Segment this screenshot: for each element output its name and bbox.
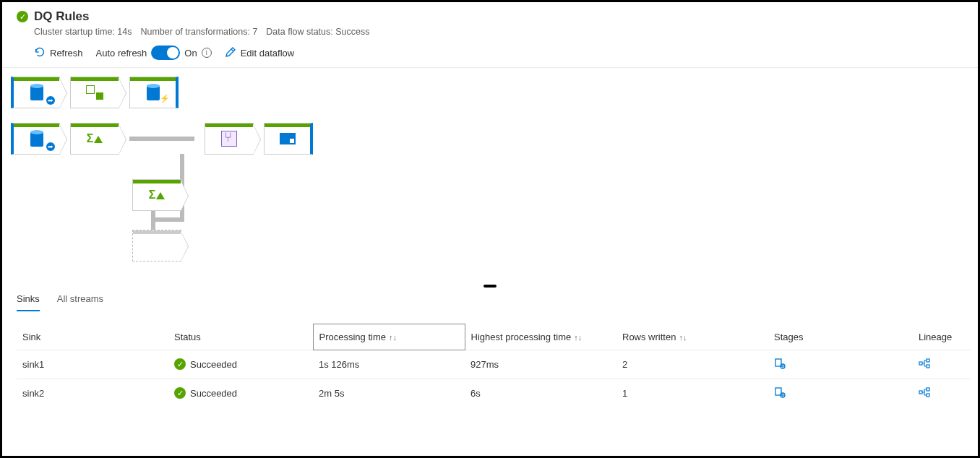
flow-node-transform-1[interactable]	[70, 77, 119, 108]
sort-icon: ↑↓	[679, 333, 687, 342]
cell-stages[interactable]	[768, 350, 913, 379]
col-lineage[interactable]: Lineage	[913, 324, 971, 350]
cell-status: ✓ Succeeded	[168, 379, 313, 407]
cell-rows: 2	[616, 350, 768, 379]
split-icon	[221, 131, 237, 147]
refresh-icon	[34, 46, 46, 60]
stages-icon	[774, 388, 786, 400]
cell-processing: 1s 126ms	[313, 350, 465, 379]
sigma-icon: Σ	[149, 189, 166, 202]
cell-status: ✓ Succeeded	[168, 350, 313, 379]
database-icon	[30, 85, 43, 100]
sink-icon	[280, 133, 296, 144]
col-rows-written[interactable]: Rows written↑↓	[616, 324, 768, 350]
sinks-table: Sink Status Processing time↑↓ Highest pr…	[17, 324, 971, 407]
cell-highest: 6s	[465, 379, 616, 407]
flow-node-empty[interactable]	[132, 230, 181, 262]
refresh-button[interactable]: Refresh	[34, 46, 83, 60]
status-success-icon: ✓	[174, 358, 186, 370]
connector	[151, 217, 180, 222]
svg-rect-7	[919, 391, 922, 394]
lineage-icon	[919, 388, 930, 400]
cell-stages[interactable]	[768, 379, 913, 407]
auto-refresh-label: Auto refresh	[96, 48, 147, 59]
sort-icon: ↑↓	[389, 333, 397, 342]
cell-lineage[interactable]	[913, 379, 971, 407]
database-icon	[147, 85, 160, 100]
cell-sink: sink2	[17, 379, 168, 407]
page-title: DQ Rules	[34, 9, 90, 24]
flow-node-aggregate-2[interactable]: Σ	[132, 179, 181, 211]
col-highest-processing[interactable]: Highest processing time↑↓	[465, 324, 616, 350]
lineage-icon	[919, 359, 930, 371]
bolt-icon: ⚡	[160, 94, 170, 103]
cell-sink: sink1	[17, 350, 168, 379]
info-icon[interactable]: i	[202, 48, 212, 58]
tab-sinks[interactable]: Sinks	[17, 288, 40, 311]
table-row[interactable]: sink2 ✓ Succeeded 2m 5s 6s 1	[17, 379, 971, 407]
svg-rect-3	[927, 359, 929, 362]
status-summary: Cluster startup time: 14s Number of tran…	[34, 27, 963, 37]
database-icon	[30, 131, 43, 147]
dataflow-canvas[interactable]: ➦ ⚡ ➦ Σ	[2, 68, 978, 285]
arrow-icon: ➦	[46, 142, 55, 151]
tab-all-streams[interactable]: All streams	[57, 288, 103, 311]
cell-highest: 927ms	[465, 350, 616, 379]
refresh-label: Refresh	[50, 48, 83, 59]
cell-processing: 2m 5s	[313, 379, 465, 407]
arrow-icon: ➦	[46, 96, 55, 105]
toggle-on-icon	[151, 46, 180, 60]
svg-rect-2	[919, 362, 922, 365]
edit-label: Edit dataflow	[241, 48, 294, 59]
svg-rect-4	[927, 365, 929, 368]
flow-node-sink-1[interactable]: ⚡	[129, 77, 179, 108]
stages-icon	[774, 359, 786, 371]
col-status[interactable]: Status	[168, 324, 313, 350]
edit-dataflow-button[interactable]: Edit dataflow	[225, 46, 294, 60]
svg-rect-8	[927, 388, 929, 391]
col-stages[interactable]: Stages	[768, 324, 913, 350]
flow-node-aggregate-1[interactable]: Σ	[70, 123, 119, 155]
sigma-icon: Σ	[87, 132, 103, 145]
auto-refresh-state: On	[184, 48, 197, 59]
connector	[129, 137, 194, 141]
auto-refresh-toggle[interactable]: Auto refresh On i	[96, 46, 212, 60]
status-success-icon: ✓	[17, 11, 28, 22]
svg-rect-9	[927, 394, 929, 397]
status-success-icon: ✓	[174, 387, 186, 399]
table-row[interactable]: sink1 ✓ Succeeded 1s 126ms 927ms 2	[17, 350, 971, 379]
col-sink[interactable]: Sink	[17, 324, 168, 350]
pencil-icon	[225, 46, 236, 60]
flow-node-source-2[interactable]: ➦	[11, 123, 60, 155]
transform-icon	[86, 85, 103, 100]
flow-node-sink-2[interactable]	[264, 123, 313, 155]
flow-node-split-1[interactable]	[205, 123, 254, 155]
cell-lineage[interactable]	[913, 350, 971, 379]
col-processing-time[interactable]: Processing time↑↓	[313, 324, 465, 350]
sort-icon: ↑↓	[574, 333, 582, 342]
flow-node-source-1[interactable]: ➦	[11, 77, 60, 108]
cell-rows: 1	[616, 379, 768, 407]
